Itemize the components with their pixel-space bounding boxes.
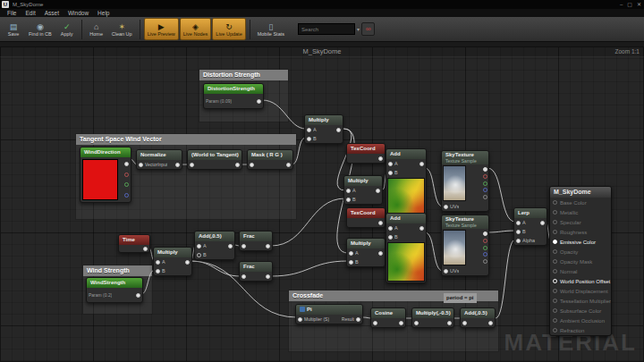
output-pin-g[interactable] (124, 182, 129, 187)
input-pin[interactable] (553, 318, 557, 323)
input-pin-a[interactable] (516, 221, 521, 225)
sky-texture-node[interactable]: SkyTexture Texture Sample UVs (441, 150, 489, 212)
output-pin[interactable] (336, 128, 341, 132)
input-pin[interactable] (553, 308, 557, 313)
output-pin-a[interactable] (483, 259, 487, 264)
output-pin[interactable] (266, 274, 270, 279)
input-pin[interactable] (553, 230, 557, 234)
multiply-node[interactable]: Multiply A B (343, 175, 383, 205)
transform-node[interactable]: (World to Tangent) (187, 149, 242, 170)
input-pin-b[interactable] (197, 253, 201, 257)
pin-row-subsurface-color[interactable]: Subsurface Color (550, 306, 611, 316)
output-pin-rgb[interactable] (483, 167, 487, 172)
clean-up-button[interactable]: ✶ Clean Up (108, 18, 136, 40)
menu-file[interactable]: File (3, 9, 21, 17)
texcoord-node[interactable]: TexCoord (346, 207, 386, 228)
time-node[interactable]: Time (118, 234, 150, 253)
menu-edit[interactable]: Edit (21, 9, 39, 17)
input-pin[interactable] (414, 321, 419, 325)
output-pin[interactable] (175, 163, 180, 167)
input-pin[interactable] (553, 328, 557, 333)
output-pin[interactable] (540, 221, 545, 225)
output-pin-r[interactable] (124, 173, 129, 177)
input-pin-a[interactable] (388, 226, 393, 231)
multiply-node[interactable]: Multiply A B (304, 114, 343, 144)
multiply-node[interactable]: Multiply A B (153, 247, 192, 276)
home-button[interactable]: ⌂ Home (86, 18, 107, 40)
output-pin[interactable] (378, 221, 383, 225)
input-pin[interactable] (139, 163, 143, 167)
chevron-down-icon[interactable]: ▾ (357, 26, 360, 32)
input-pin[interactable] (242, 274, 246, 279)
pin-row-specular[interactable]: Specular (550, 217, 611, 227)
frac-node[interactable]: Frac (239, 231, 273, 251)
input-pin-a[interactable] (388, 162, 393, 166)
output-pin[interactable] (399, 321, 403, 325)
output-pin-r[interactable] (483, 239, 487, 243)
live-nodes-toggle[interactable]: ◈ Live Nodes (180, 18, 212, 40)
input-pin-b[interactable] (388, 235, 393, 240)
wind-strength-param-node[interactable]: WindStrength Param (0.2) (86, 277, 143, 303)
pin-row-metallic[interactable]: Metallic (550, 207, 611, 217)
multiply-node[interactable]: Multiply A B (346, 238, 386, 267)
close-button[interactable]: ✕ (637, 0, 641, 9)
output-pin-rgb[interactable] (483, 232, 487, 236)
input-pin-uvs[interactable] (444, 269, 448, 274)
input-pin-b[interactable] (388, 171, 393, 175)
output-pin[interactable] (447, 321, 452, 325)
input-pin[interactable] (553, 299, 557, 303)
output-pin[interactable] (378, 251, 383, 256)
pin-row-tessellation-multiplier[interactable]: Tessellation Multiplier (550, 296, 611, 306)
normalize-node[interactable]: Normalize VectorInput (136, 149, 182, 170)
input-pin[interactable] (553, 279, 557, 283)
mask-node[interactable]: Mask ( R G ) (247, 149, 293, 170)
output-pin[interactable] (286, 163, 291, 167)
add-node[interactable]: Add A B (386, 213, 427, 283)
output-pin-b[interactable] (124, 193, 129, 198)
add-node[interactable]: Add A B (386, 148, 427, 219)
input-pin[interactable] (462, 321, 467, 325)
output-pin[interactable] (185, 260, 190, 265)
apply-button[interactable]: ✓ Apply (56, 18, 78, 40)
output-pin[interactable] (136, 293, 140, 298)
input-pin-b[interactable] (516, 230, 521, 234)
input-pin-alpha[interactable] (516, 239, 521, 243)
color-swatch[interactable] (82, 159, 118, 200)
pin-row-world-displacement[interactable]: World Displacement (550, 286, 611, 296)
menu-asset[interactable]: Asset (40, 9, 64, 17)
output-pin[interactable] (228, 244, 233, 248)
period-pi-note[interactable]: period = pi (444, 293, 477, 303)
distortion-strength-param-node[interactable]: DistortionStrength Param (0.09) (203, 83, 264, 109)
output-pin-r[interactable] (483, 174, 487, 179)
output-pin-a[interactable] (483, 195, 487, 199)
live-update-toggle[interactable]: ↻ Live Update (212, 18, 245, 40)
pin-row-world-position-offset[interactable]: World Position Offset (550, 276, 611, 286)
input-pin-b[interactable] (307, 137, 311, 141)
pin-row-opacity-mask[interactable]: Opacity Mask (550, 257, 611, 266)
input-pin[interactable] (553, 269, 557, 274)
input-pin[interactable] (553, 210, 557, 215)
lerp-node[interactable]: Lerp A B Alpha (513, 207, 547, 246)
output-pin-g[interactable] (483, 181, 487, 186)
input-pin[interactable] (250, 163, 254, 167)
advanced-search-button[interactable]: ∞ (361, 22, 375, 36)
input-pin-a[interactable] (346, 189, 351, 193)
texcoord-node[interactable]: TexCoord (346, 143, 386, 164)
pin-row-roughness[interactable]: Roughness (550, 227, 611, 237)
input-pin[interactable] (242, 244, 246, 248)
output-pin[interactable] (356, 317, 360, 322)
output-pin[interactable] (143, 247, 148, 251)
input-pin-a[interactable] (307, 128, 311, 132)
search-input[interactable] (298, 23, 355, 35)
maximize-button[interactable]: ▢ (627, 0, 632, 9)
frac-node[interactable]: Frac (239, 261, 273, 282)
output-pin-b[interactable] (483, 188, 487, 192)
input-pin-b[interactable] (349, 260, 353, 265)
output-pin[interactable] (376, 189, 380, 193)
output-pin[interactable] (235, 163, 240, 167)
pin-row-emissive-color[interactable]: Emissive Color (550, 237, 611, 247)
menu-window[interactable]: Window (64, 9, 93, 17)
input-pin-uvs[interactable] (444, 205, 448, 209)
find-in-cb-button[interactable]: ◉ Find in CB (25, 18, 55, 40)
multiply-neg-half-node[interactable]: Multiply(,-0.5) (411, 307, 454, 328)
